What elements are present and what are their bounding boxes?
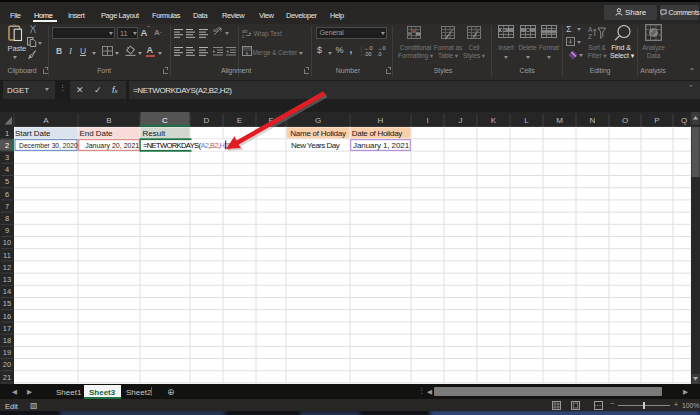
svg-text:7: 7 (5, 202, 9, 211)
svg-text:4: 4 (5, 165, 9, 174)
svg-text:K: K (491, 116, 497, 125)
svg-text:11: 11 (3, 251, 11, 260)
svg-text:P: P (654, 116, 659, 125)
svg-text:Q: Q (681, 116, 687, 125)
svg-text:16: 16 (3, 312, 11, 321)
svg-text:L: L (524, 116, 529, 125)
svg-text:9: 9 (5, 226, 9, 235)
svg-text:M: M (556, 116, 563, 125)
svg-text:Z: Z (588, 33, 592, 40)
svg-text:15: 15 (3, 299, 11, 308)
svg-text:January 1, 2021: January 1, 2021 (353, 141, 410, 150)
svg-text:21: 21 (3, 373, 11, 382)
svg-text:H: H (378, 116, 384, 125)
svg-text:.0: .0 (377, 51, 382, 57)
svg-text:Result: Result (143, 129, 166, 138)
svg-text:1: 1 (5, 129, 9, 138)
svg-text:10: 10 (3, 238, 11, 247)
svg-text:12: 12 (3, 263, 11, 272)
svg-text:8: 8 (5, 214, 9, 223)
svg-text:.00: .00 (364, 51, 372, 57)
svg-text:3: 3 (5, 153, 9, 162)
svg-text:O: O (622, 116, 628, 125)
svg-text:J: J (459, 116, 463, 125)
svg-text:20: 20 (3, 360, 11, 369)
svg-text:C: C (162, 116, 168, 125)
svg-text:Start Date: Start Date (15, 129, 51, 138)
svg-text:End Date: End Date (80, 129, 114, 138)
svg-text:6: 6 (5, 190, 9, 199)
svg-text:13: 13 (3, 275, 11, 284)
svg-text:B: B (106, 116, 111, 125)
svg-text:5: 5 (5, 177, 9, 186)
svg-text:January 20, 2021: January 20, 2021 (85, 141, 139, 150)
svg-text:18: 18 (3, 336, 11, 345)
svg-text:I: I (426, 116, 428, 125)
svg-text:17: 17 (3, 324, 11, 333)
svg-text:N: N (590, 116, 596, 125)
svg-text:14: 14 (3, 287, 11, 296)
svg-text:A: A (43, 116, 49, 125)
svg-text:ab: ab (213, 27, 219, 33)
svg-text:2: 2 (5, 141, 9, 150)
svg-text:19: 19 (3, 348, 11, 357)
svg-text:December 30, 2020: December 30, 2020 (19, 141, 78, 150)
svg-text:A: A (588, 26, 593, 33)
